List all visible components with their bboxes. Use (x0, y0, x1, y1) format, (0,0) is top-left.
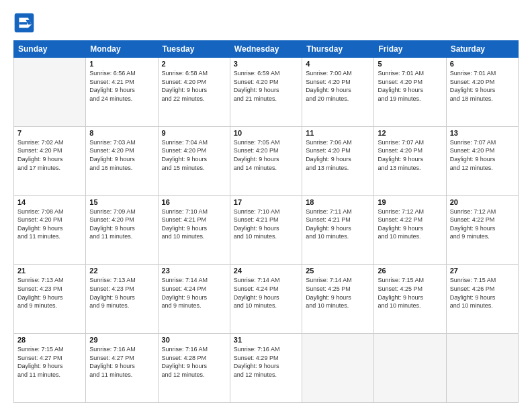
day-number: 31 (234, 336, 298, 344)
calendar-cell (374, 334, 446, 403)
day-number: 5 (378, 60, 442, 68)
day-number: 9 (162, 129, 226, 137)
day-info: Sunrise: 7:15 AMSunset: 4:27 PMDaylight:… (17, 345, 82, 379)
day-info: Sunrise: 7:07 AMSunset: 4:20 PMDaylight:… (378, 138, 442, 172)
day-info: Sunrise: 7:08 AMSunset: 4:20 PMDaylight:… (17, 208, 82, 241)
calendar-cell: 19Sunrise: 7:12 AMSunset: 4:22 PMDayligh… (374, 195, 446, 265)
day-number: 20 (450, 198, 515, 206)
day-info: Sunrise: 7:06 AMSunset: 4:20 PMDaylight:… (306, 138, 370, 172)
day-number: 17 (234, 198, 298, 206)
svg-rect-3 (19, 22, 27, 24)
calendar-cell: 30Sunrise: 7:16 AMSunset: 4:28 PMDayligh… (158, 334, 230, 403)
day-number: 27 (450, 267, 515, 275)
calendar-cell: 9Sunrise: 7:04 AMSunset: 4:20 PMDaylight… (158, 126, 230, 195)
calendar-cell: 4Sunrise: 7:00 AMSunset: 4:20 PMDaylight… (302, 58, 374, 127)
calendar-cell: 13Sunrise: 7:07 AMSunset: 4:20 PMDayligh… (446, 126, 518, 195)
day-info: Sunrise: 6:56 AMSunset: 4:21 PMDaylight:… (89, 69, 154, 103)
day-number: 16 (162, 198, 226, 206)
day-info: Sunrise: 7:15 AMSunset: 4:25 PMDaylight:… (378, 276, 442, 310)
day-number: 15 (89, 198, 154, 206)
week-row-2: 7Sunrise: 7:02 AMSunset: 4:20 PMDaylight… (14, 126, 519, 195)
week-row-4: 21Sunrise: 7:13 AMSunset: 4:23 PMDayligh… (14, 265, 519, 334)
weekday-row: SundayMondayTuesdayWednesdayThursdayFrid… (14, 41, 519, 58)
day-info: Sunrise: 7:14 AMSunset: 4:25 PMDaylight:… (306, 276, 370, 310)
day-info: Sunrise: 7:12 AMSunset: 4:22 PMDaylight:… (450, 208, 515, 241)
day-number: 21 (17, 267, 82, 275)
day-info: Sunrise: 7:00 AMSunset: 4:20 PMDaylight:… (306, 69, 370, 103)
day-info: Sunrise: 7:10 AMSunset: 4:21 PMDaylight:… (162, 208, 226, 241)
day-number: 24 (234, 267, 298, 275)
day-number: 2 (162, 60, 226, 68)
day-number: 13 (450, 129, 515, 137)
calendar-cell: 20Sunrise: 7:12 AMSunset: 4:22 PMDayligh… (446, 195, 518, 265)
calendar-cell: 28Sunrise: 7:15 AMSunset: 4:27 PMDayligh… (14, 334, 86, 403)
day-info: Sunrise: 7:05 AMSunset: 4:20 PMDaylight:… (234, 138, 298, 172)
day-number: 10 (234, 129, 298, 137)
day-number: 26 (378, 267, 442, 275)
day-info: Sunrise: 7:15 AMSunset: 4:26 PMDaylight:… (450, 276, 515, 310)
day-info: Sunrise: 7:01 AMSunset: 4:20 PMDaylight:… (378, 69, 442, 103)
weekday-monday: Monday (86, 41, 158, 58)
calendar-cell: 10Sunrise: 7:05 AMSunset: 4:20 PMDayligh… (230, 126, 302, 195)
day-number: 29 (89, 336, 154, 344)
calendar-cell: 1Sunrise: 6:56 AMSunset: 4:21 PMDaylight… (86, 58, 158, 127)
calendar-cell: 23Sunrise: 7:14 AMSunset: 4:24 PMDayligh… (158, 265, 230, 334)
calendar-cell: 18Sunrise: 7:11 AMSunset: 4:21 PMDayligh… (302, 195, 374, 265)
day-info: Sunrise: 7:10 AMSunset: 4:21 PMDaylight:… (234, 208, 298, 241)
day-info: Sunrise: 7:13 AMSunset: 4:23 PMDaylight:… (89, 276, 154, 310)
calendar-cell: 15Sunrise: 7:09 AMSunset: 4:20 PMDayligh… (86, 195, 158, 265)
calendar-cell: 3Sunrise: 6:59 AMSunset: 4:20 PMDaylight… (230, 58, 302, 127)
calendar-cell (302, 334, 374, 403)
day-info: Sunrise: 7:14 AMSunset: 4:24 PMDaylight:… (162, 276, 226, 310)
calendar-cell: 17Sunrise: 7:10 AMSunset: 4:21 PMDayligh… (230, 195, 302, 265)
weekday-thursday: Thursday (302, 41, 374, 58)
day-number: 1 (89, 60, 154, 68)
calendar-cell: 26Sunrise: 7:15 AMSunset: 4:25 PMDayligh… (374, 265, 446, 334)
day-number: 22 (89, 267, 154, 275)
calendar-body: 1Sunrise: 6:56 AMSunset: 4:21 PMDaylight… (14, 58, 519, 403)
day-number: 7 (17, 129, 82, 137)
day-info: Sunrise: 7:14 AMSunset: 4:24 PMDaylight:… (234, 276, 298, 310)
day-number: 19 (378, 198, 442, 206)
day-info: Sunrise: 7:04 AMSunset: 4:20 PMDaylight:… (162, 138, 226, 172)
header (13, 12, 519, 34)
calendar-cell: 11Sunrise: 7:06 AMSunset: 4:20 PMDayligh… (302, 126, 374, 195)
day-number: 11 (306, 129, 370, 137)
calendar-cell: 8Sunrise: 7:03 AMSunset: 4:20 PMDaylight… (86, 126, 158, 195)
day-number: 28 (17, 336, 82, 344)
calendar-cell: 22Sunrise: 7:13 AMSunset: 4:23 PMDayligh… (86, 265, 158, 334)
day-info: Sunrise: 6:59 AMSunset: 4:20 PMDaylight:… (234, 69, 298, 103)
calendar-cell: 14Sunrise: 7:08 AMSunset: 4:20 PMDayligh… (14, 195, 86, 265)
week-row-5: 28Sunrise: 7:15 AMSunset: 4:27 PMDayligh… (14, 334, 519, 403)
day-number: 4 (306, 60, 370, 68)
day-info: Sunrise: 7:12 AMSunset: 4:22 PMDaylight:… (378, 208, 442, 241)
day-info: Sunrise: 7:16 AMSunset: 4:29 PMDaylight:… (234, 345, 298, 379)
day-number: 25 (306, 267, 370, 275)
day-info: Sunrise: 7:02 AMSunset: 4:20 PMDaylight:… (17, 138, 82, 172)
day-info: Sunrise: 7:16 AMSunset: 4:28 PMDaylight:… (162, 345, 226, 379)
weekday-tuesday: Tuesday (158, 41, 230, 58)
calendar-cell (446, 334, 518, 403)
week-row-1: 1Sunrise: 6:56 AMSunset: 4:21 PMDaylight… (14, 58, 519, 127)
week-row-3: 14Sunrise: 7:08 AMSunset: 4:20 PMDayligh… (14, 195, 519, 265)
calendar-cell: 29Sunrise: 7:16 AMSunset: 4:27 PMDayligh… (86, 334, 158, 403)
calendar-cell: 12Sunrise: 7:07 AMSunset: 4:20 PMDayligh… (374, 126, 446, 195)
day-info: Sunrise: 6:58 AMSunset: 4:20 PMDaylight:… (162, 69, 226, 103)
weekday-saturday: Saturday (446, 41, 518, 58)
day-info: Sunrise: 7:07 AMSunset: 4:20 PMDaylight:… (450, 138, 515, 172)
calendar-cell: 5Sunrise: 7:01 AMSunset: 4:20 PMDaylight… (374, 58, 446, 127)
calendar-cell: 16Sunrise: 7:10 AMSunset: 4:21 PMDayligh… (158, 195, 230, 265)
calendar-cell: 2Sunrise: 6:58 AMSunset: 4:20 PMDaylight… (158, 58, 230, 127)
day-number: 12 (378, 129, 442, 137)
day-info: Sunrise: 7:01 AMSunset: 4:20 PMDaylight:… (450, 69, 515, 103)
day-number: 14 (17, 198, 82, 206)
day-info: Sunrise: 7:13 AMSunset: 4:23 PMDaylight:… (17, 276, 82, 310)
page: SundayMondayTuesdayWednesdayThursdayFrid… (0, 0, 532, 411)
day-number: 8 (89, 129, 154, 137)
day-info: Sunrise: 7:09 AMSunset: 4:20 PMDaylight:… (89, 208, 154, 241)
calendar-cell: 6Sunrise: 7:01 AMSunset: 4:20 PMDaylight… (446, 58, 518, 127)
logo (13, 12, 38, 34)
day-number: 6 (450, 60, 515, 68)
day-number: 3 (234, 60, 298, 68)
calendar-cell (14, 58, 86, 127)
